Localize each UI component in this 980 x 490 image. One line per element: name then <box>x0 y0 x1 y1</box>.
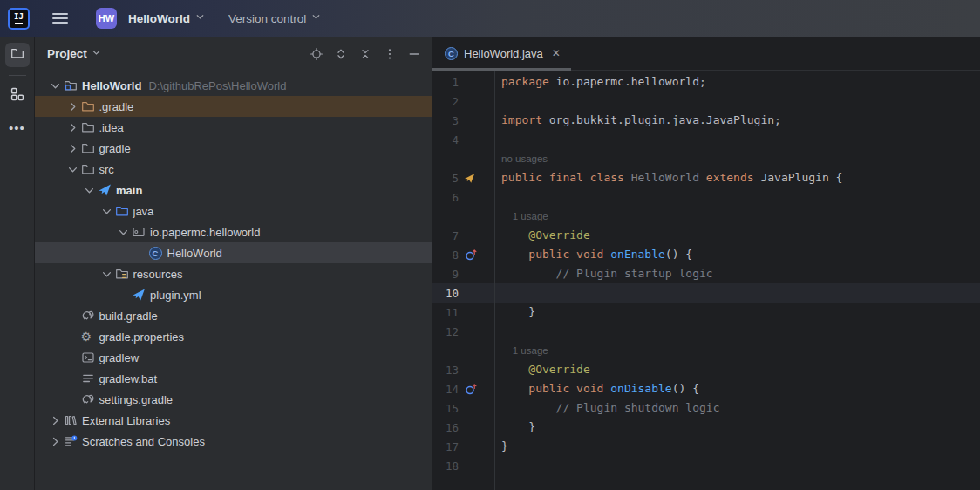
plugin-gutter-icon[interactable] <box>459 173 494 184</box>
tree-item--idea[interactable]: .idea <box>35 117 432 138</box>
tree-item-java[interactable]: java <box>35 201 432 221</box>
chevron-right-icon[interactable] <box>47 414 64 427</box>
chevron-down-icon[interactable] <box>115 226 132 239</box>
chevron-down-icon[interactable] <box>99 268 115 281</box>
line-number[interactable]: 16 <box>432 421 459 434</box>
line-number[interactable]: 10 <box>432 287 459 300</box>
code-text: package io.papermc.helloworld; <box>494 72 706 92</box>
tree-item-settings-gradle[interactable]: settings.gradle <box>35 389 432 410</box>
locate-icon[interactable] <box>306 44 327 65</box>
line-number[interactable]: 15 <box>432 402 459 415</box>
line-number[interactable]: 2 <box>432 95 459 108</box>
structure-icon <box>10 86 25 105</box>
code-line-12[interactable]: 12 <box>432 322 980 341</box>
line-number[interactable]: 9 <box>432 268 459 281</box>
chevron-down-icon[interactable] <box>91 46 102 62</box>
inlay-hint[interactable]: no usages <box>494 149 548 168</box>
code-line-16[interactable]: 16 } <box>432 418 980 437</box>
tree-item-resources[interactable]: resources <box>35 263 432 284</box>
tree-item-io-papermc-helloworld[interactable]: io.papermc.helloworld <box>35 221 432 242</box>
code-line-3[interactable]: 3import org.bukkit.plugin.java.JavaPlugi… <box>432 111 980 130</box>
code-line-4[interactable]: 4 <box>432 130 980 149</box>
code-text: @Override <box>494 360 590 379</box>
close-icon[interactable]: ✕ <box>552 47 561 59</box>
code-line-17[interactable]: 17} <box>432 437 980 456</box>
gradle-icon <box>81 309 99 323</box>
line-number[interactable]: 11 <box>432 306 459 319</box>
overrides-method-icon[interactable] <box>459 383 494 396</box>
project-tree[interactable]: HelloWorldD:\githubRePos\HelloWorld.grad… <box>35 71 432 490</box>
line-number[interactable]: 12 <box>432 325 459 338</box>
code-line-13[interactable]: 13 @Override <box>432 360 980 379</box>
hide-icon[interactable] <box>404 44 425 65</box>
code-line-2[interactable]: 2 <box>432 92 980 111</box>
inlay-hint[interactable]: 1 usage <box>494 341 548 360</box>
tree-item-helloworld[interactable]: HelloWorldD:\githubRePos\HelloWorld <box>35 75 432 96</box>
code-line-18[interactable]: 18 <box>432 456 980 475</box>
tree-item-label: src <box>99 163 114 176</box>
tree-item-gradle-properties[interactable]: ⚙gradle.properties <box>35 326 432 347</box>
overrides-method-icon[interactable] <box>459 248 494 262</box>
code-line-15[interactable]: 15 // Plugin shutdown logic <box>432 398 980 418</box>
code-line-6[interactable]: 6 <box>432 187 980 207</box>
tree-item-src[interactable]: src <box>35 159 432 180</box>
inlay-hint-row[interactable]: 1 usage <box>432 341 980 360</box>
project-name: HelloWorld <box>128 12 190 25</box>
line-number[interactable]: 18 <box>432 459 459 473</box>
line-number[interactable]: 7 <box>432 229 459 242</box>
chevron-right-icon[interactable] <box>65 100 81 113</box>
vcs-widget[interactable]: Version control <box>211 7 327 30</box>
main-menu-icon[interactable] <box>47 8 73 28</box>
chevron-down-icon[interactable] <box>65 163 81 176</box>
chevron-down-icon[interactable] <box>99 205 115 218</box>
tree-item-main[interactable]: main <box>35 180 432 201</box>
line-number[interactable]: 5 <box>432 172 459 185</box>
project-widget[interactable]: HW HelloWorld <box>73 4 211 32</box>
line-number[interactable]: 14 <box>432 383 459 396</box>
code-line-11[interactable]: 11 } <box>432 303 980 322</box>
line-number[interactable]: 4 <box>432 133 459 146</box>
tree-item--gradle[interactable]: .gradle <box>35 96 432 117</box>
code-line-5[interactable]: 5public final class HelloWorld extends J… <box>432 168 980 187</box>
chevron-right-icon[interactable] <box>47 435 64 448</box>
collapse-all-icon[interactable] <box>355 44 376 65</box>
tree-item-label: HelloWorld <box>82 79 141 92</box>
chevron-right-icon[interactable] <box>65 121 81 134</box>
tree-item-plugin-yml[interactable]: plugin.yml <box>35 284 432 305</box>
folder-resources-icon <box>115 267 133 281</box>
inlay-hint[interactable]: 1 usage <box>494 207 548 226</box>
line-number[interactable]: 3 <box>432 114 459 127</box>
line-number[interactable]: 1 <box>432 76 459 89</box>
tree-item-gradlew[interactable]: gradlew <box>35 347 432 368</box>
chevron-down-icon[interactable] <box>81 184 98 197</box>
tree-item-gradle[interactable]: gradle <box>35 138 432 159</box>
tree-item-gradlew-bat[interactable]: gradlew.bat <box>35 368 432 389</box>
tree-item-external-libraries[interactable]: External Libraries <box>35 410 432 431</box>
more-tool-windows-button[interactable]: ••• <box>5 116 30 140</box>
code-line-14[interactable]: 14 public void onDisable() { <box>432 379 980 398</box>
code-line-1[interactable]: 1package io.papermc.helloworld; <box>432 72 980 92</box>
tree-item-helloworld[interactable]: CHelloWorld <box>35 242 432 263</box>
project-tool-window-button[interactable] <box>5 43 30 67</box>
tree-item-scratches-and-consoles[interactable]: Scratches and Consoles <box>35 431 432 452</box>
tab-helloworld-java[interactable]: C HelloWorld.java ✕ <box>432 37 571 70</box>
structure-tool-window-button[interactable] <box>5 84 30 108</box>
code-text: } <box>494 418 535 437</box>
inlay-hint-row[interactable]: no usages <box>432 149 980 168</box>
code-line-9[interactable]: 9 // Plugin startup logic <box>432 264 980 283</box>
line-number[interactable]: 13 <box>432 364 459 377</box>
line-number[interactable]: 17 <box>432 440 459 453</box>
class-icon: C <box>445 47 458 60</box>
chevron-down-icon[interactable] <box>47 79 64 92</box>
line-number[interactable]: 6 <box>432 191 459 204</box>
more-vertical-icon[interactable] <box>379 44 400 65</box>
code-area[interactable]: 1package io.papermc.helloworld;23import … <box>432 71 980 490</box>
tree-item-build-gradle[interactable]: build.gradle <box>35 305 432 326</box>
code-line-10[interactable]: 10 <box>432 283 980 303</box>
code-line-7[interactable]: 7 @Override <box>432 226 980 245</box>
line-number[interactable]: 8 <box>432 248 459 262</box>
expand-all-icon[interactable] <box>330 44 351 65</box>
chevron-right-icon[interactable] <box>65 142 81 155</box>
code-line-8[interactable]: 8 public void onEnable() { <box>432 245 980 264</box>
inlay-hint-row[interactable]: 1 usage <box>432 207 980 226</box>
